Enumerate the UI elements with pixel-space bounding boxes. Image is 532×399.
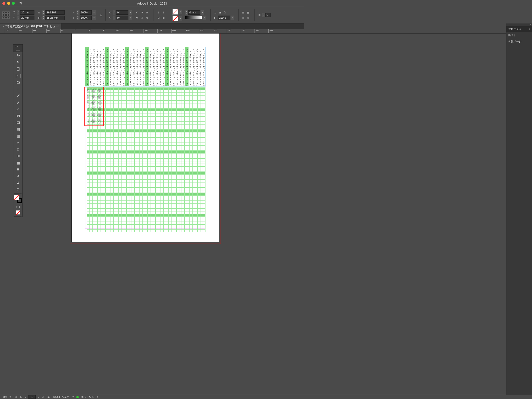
shear-input[interactable] <box>116 16 128 20</box>
type-tool[interactable]: ↓T <box>13 86 23 92</box>
scale-x-input[interactable] <box>80 10 92 15</box>
ruler-tick: 40 <box>102 29 105 33</box>
gradient-feather-tool[interactable]: ▦ <box>13 159 23 166</box>
apply-color-container[interactable]: ▢ T <box>13 204 23 209</box>
rectangle-frame-tool[interactable] <box>13 112 23 119</box>
stroke-style-dropdown[interactable]: ▾ <box>203 16 206 20</box>
gradient-swatch-tool[interactable] <box>13 153 23 159</box>
rotate-ccw-icon[interactable]: ↶ <box>135 10 139 15</box>
w-down[interactable]: ▾ <box>42 13 45 15</box>
ruler-tick: 180 <box>199 29 203 33</box>
wrap-1-icon[interactable]: ▤ <box>241 10 245 15</box>
fill-dropdown[interactable]: ▾ <box>179 10 182 14</box>
direct-selection-tool[interactable] <box>13 59 23 66</box>
selection-tool[interactable] <box>13 52 23 59</box>
w-up[interactable]: ▴ <box>42 10 45 13</box>
wrap-3-icon[interactable]: ▥ <box>241 16 245 20</box>
grid-tool-icon[interactable]: ⊞ <box>257 13 261 17</box>
stroke-weight-input[interactable] <box>188 10 200 15</box>
text-column: サンプルテキストサンプルテキストサンプルテキストサンプルテキスト <box>195 47 199 86</box>
eyedropper-tool[interactable] <box>13 173 23 180</box>
pencil-tool[interactable] <box>13 106 23 112</box>
page-tool[interactable] <box>13 66 23 72</box>
y-down[interactable]: ▾ <box>17 18 19 20</box>
scale-y-dropdown[interactable]: ▾ <box>92 16 96 20</box>
fit-icon[interactable]: ▣ <box>218 10 222 15</box>
fx-icon[interactable]: fx. <box>223 10 227 15</box>
text-column: サンプルテキストサンプルテキストサンプルテキストサンプルテキスト <box>149 47 152 86</box>
gap-tool[interactable]: |↔| <box>13 72 23 79</box>
ruler-tick: 140 <box>171 29 176 33</box>
stroke-weight-dropdown[interactable]: ▾ <box>201 10 204 15</box>
stroke-swatch[interactable] <box>172 16 178 21</box>
y-up[interactable]: ▴ <box>17 16 19 18</box>
corner-icon[interactable]: ⬚ <box>213 10 217 15</box>
scale-x-dropdown[interactable]: ▾ <box>92 10 96 15</box>
zoom-tool[interactable] <box>13 186 23 193</box>
ruler-tick: 60 <box>32 29 36 33</box>
grid-row <box>85 227 205 228</box>
text-frame[interactable]: サンプルテキストサンプルテキストサンプルテキストサンプルテキストサンプルテキスト… <box>85 47 205 86</box>
close-tab-icon[interactable]: × <box>2 25 4 28</box>
toolbox-close-icon[interactable]: × <box>14 45 16 48</box>
align-icon-2[interactable]: ⫲ <box>161 10 165 15</box>
h-input[interactable] <box>45 16 65 20</box>
canvas-area[interactable]: サンプルテキストサンプルテキストサンプルテキストサンプルテキストサンプルテキスト… <box>0 33 304 228</box>
char-panel-icon[interactable]: P. <box>145 10 149 15</box>
constrain-scale-icon[interactable]: ⛓ <box>99 13 103 17</box>
x-input[interactable] <box>20 10 34 15</box>
ruler-tick: 80 <box>19 29 22 33</box>
text-column: サンプルテキストサンプルテキストサンプルテキストサンプルテキスト <box>182 47 185 86</box>
scale-y-input[interactable] <box>80 16 92 20</box>
free-transform-tool[interactable] <box>13 146 23 153</box>
h-down[interactable]: ▾ <box>42 18 45 20</box>
grid-row <box>85 206 205 209</box>
wrap-4-icon[interactable]: ▧ <box>246 16 250 20</box>
x-down[interactable]: ▾ <box>17 13 19 15</box>
scale-y-icon: ↕ <box>71 16 76 20</box>
fill-stroke-control[interactable] <box>14 195 22 203</box>
flip-v-icon[interactable]: ⇵ <box>140 16 144 20</box>
scissors-tool[interactable]: ✂ <box>13 139 23 146</box>
stroke-dropdown[interactable]: ▾ <box>179 16 182 21</box>
horizontal-ruler[interactable]: 1008060402002040608010012014016018020022… <box>0 29 304 33</box>
rotate-cw-icon[interactable]: ↷ <box>140 10 144 15</box>
flip-h-icon[interactable]: ⇋ <box>135 16 139 20</box>
toolbox-header[interactable]: × » <box>13 45 22 48</box>
grid-gap-input[interactable] <box>265 13 271 17</box>
pen-tool[interactable] <box>13 99 23 106</box>
close-window-button[interactable] <box>2 2 5 5</box>
page[interactable]: サンプルテキストサンプルテキストサンプルテキストサンプルテキストサンプルテキスト… <box>72 33 219 228</box>
hand-tool[interactable] <box>13 180 23 186</box>
toolbox-expand-icon[interactable]: » <box>17 45 18 48</box>
content-collector-tool[interactable] <box>13 79 23 86</box>
y-input[interactable] <box>20 16 34 20</box>
rectangle-tool[interactable] <box>13 119 23 126</box>
fill-swatch[interactable] <box>172 9 178 15</box>
opacity-input[interactable] <box>218 16 230 20</box>
align-icon-1[interactable]: ⫴ <box>156 10 160 15</box>
rotate-dropdown[interactable]: ▾ <box>129 10 132 15</box>
w-input[interactable] <box>45 10 65 15</box>
rotate-input[interactable] <box>116 10 128 15</box>
h-up[interactable]: ▴ <box>42 16 45 18</box>
home-icon[interactable] <box>19 1 22 6</box>
wrap-2-icon[interactable]: ▦ <box>246 10 250 15</box>
minimize-window-button[interactable] <box>7 2 10 5</box>
ruler-tick: 0 <box>74 29 76 33</box>
stroke-style-bar[interactable] <box>185 16 202 20</box>
opacity-dropdown[interactable]: ▾ <box>231 16 234 20</box>
apply-none[interactable] <box>13 209 23 216</box>
maximize-window-button[interactable] <box>12 2 15 5</box>
note-tool[interactable] <box>13 166 23 173</box>
vertical-grid-tool[interactable]: ▥ <box>13 133 23 139</box>
clear-transform-icon[interactable]: ⊘ <box>145 16 149 20</box>
horizontal-grid-tool[interactable]: ▤ <box>13 126 23 133</box>
document-tab[interactable]: × *名称未設定-22 @ 50% [GPU プレビュー] <box>0 23 62 29</box>
x-up[interactable]: ▴ <box>17 10 19 13</box>
line-tool[interactable] <box>13 92 23 99</box>
align-icon-4[interactable]: ⊞ <box>161 16 165 20</box>
shear-dropdown[interactable]: ▾ <box>129 16 132 20</box>
reference-point-selector[interactable] <box>2 12 10 19</box>
align-icon-3[interactable]: ⊟ <box>156 16 160 20</box>
